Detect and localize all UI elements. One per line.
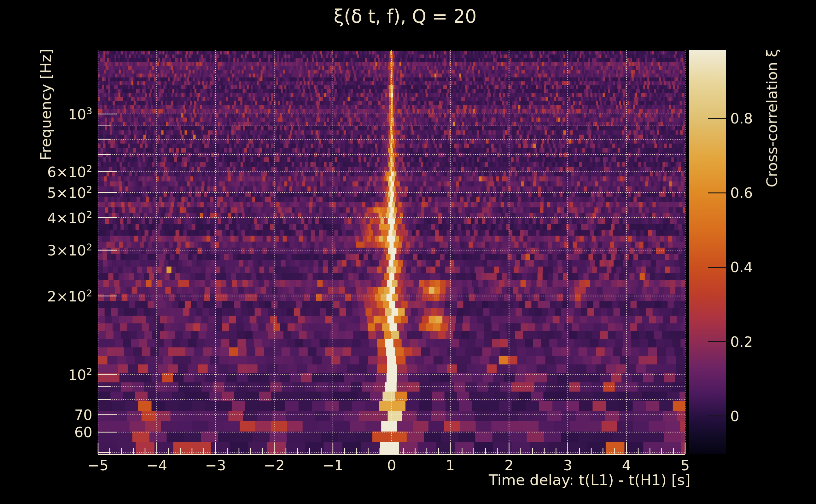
- y-tick-label: 5×102: [0, 184, 92, 201]
- spectrogram-canvas: [0, 0, 816, 504]
- y-tick-label: 60: [0, 424, 92, 440]
- y-tick-label: 4×102: [0, 209, 92, 226]
- colorbar-tick-label: 0.8: [730, 110, 753, 127]
- colorbar-tick-label: 0.6: [730, 185, 753, 201]
- x-tick-label: −1: [323, 457, 343, 474]
- x-tick-label: −2: [264, 457, 285, 474]
- x-tick-label: −3: [205, 457, 226, 474]
- figure: ξ(δ t, f), Q = 20 Frequency [Hz] Time de…: [0, 0, 816, 504]
- y-tick-label: 3×102: [0, 241, 92, 259]
- x-tick-label: −5: [88, 457, 108, 474]
- colorbar-label: Cross-correlation ξ: [763, 49, 781, 187]
- x-tick-label: 4: [622, 457, 631, 474]
- x-tick-label: 3: [563, 457, 572, 474]
- chart-title: ξ(δ t, f), Q = 20: [334, 6, 476, 27]
- colorbar-tick-label: 0.4: [730, 259, 753, 276]
- x-tick-label: 2: [504, 457, 514, 474]
- x-tick-label: 1: [446, 457, 455, 474]
- y-axis-label: Frequency [Hz]: [37, 49, 55, 160]
- x-axis-label: Time delay: t(L1) - t(H1) [s]: [489, 471, 691, 489]
- x-tick-label: −4: [146, 457, 167, 474]
- colorbar-tick-label: 0.2: [730, 333, 753, 350]
- colorbar-tick-label: 0: [730, 408, 739, 424]
- y-tick-label: 6×102: [0, 163, 92, 180]
- y-tick-label: 2×102: [0, 287, 92, 305]
- y-tick-label: 102: [0, 366, 92, 383]
- y-tick-label: 70: [0, 406, 92, 423]
- x-tick-label: 5: [681, 457, 690, 474]
- y-tick-label: 103: [0, 105, 92, 123]
- x-tick-label: 0: [387, 457, 396, 474]
